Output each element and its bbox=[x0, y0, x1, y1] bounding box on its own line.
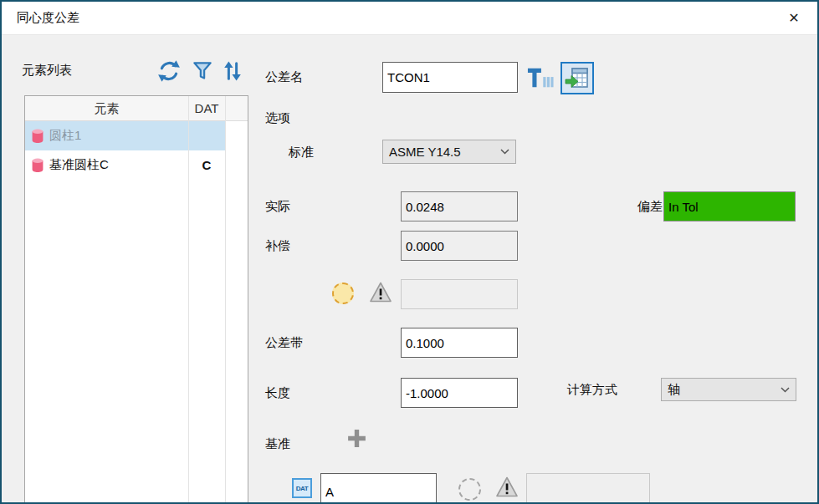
standard-dropdown[interactable]: ASME Y14.5 bbox=[382, 140, 516, 164]
column-divider bbox=[225, 96, 226, 503]
refresh-icon[interactable] bbox=[156, 59, 182, 87]
deviation-label: 偏差 bbox=[637, 199, 663, 215]
datum-section-label: 基准 bbox=[265, 436, 290, 452]
page-title: 同心度公差 bbox=[17, 10, 79, 26]
tolerance-zone-input[interactable] bbox=[401, 328, 518, 358]
cylinder-icon bbox=[31, 128, 44, 147]
table-row-cylinder1[interactable]: 圆柱1 bbox=[25, 121, 225, 150]
element-dat bbox=[188, 121, 225, 150]
element-table: 元素 DAT 圆柱1 基准圆柱C C bbox=[24, 95, 248, 504]
calc-method-dropdown[interactable]: 轴 bbox=[661, 378, 796, 401]
element-table-header: 元素 DAT bbox=[25, 96, 248, 121]
datum-measured-field bbox=[526, 473, 650, 504]
element-name: 圆柱1 bbox=[49, 128, 81, 144]
calc-method-value: 轴 bbox=[668, 382, 680, 398]
actual-label: 实际 bbox=[265, 199, 290, 215]
tolerance-zone-label: 公差带 bbox=[265, 335, 303, 351]
chevron-down-icon bbox=[781, 387, 790, 393]
element-list-label: 元素列表 bbox=[22, 63, 72, 79]
standard-label: 标准 bbox=[289, 145, 314, 160]
text-label-icon[interactable] bbox=[527, 65, 554, 94]
calc-method-label: 计算方式 bbox=[567, 382, 617, 398]
datum-badge-icon: DAT bbox=[292, 478, 312, 498]
titlebar: 同心度公差 ✕ bbox=[2, 2, 817, 35]
datum-id-input[interactable] bbox=[320, 473, 437, 504]
column-divider bbox=[188, 96, 189, 503]
actual-value-field bbox=[401, 191, 518, 221]
column-header-dat[interactable]: DAT bbox=[188, 96, 225, 121]
add-to-report-button[interactable] bbox=[561, 62, 594, 94]
add-datum-icon[interactable] bbox=[346, 427, 368, 453]
chevron-down-icon bbox=[500, 149, 509, 155]
pending-value-field bbox=[401, 279, 518, 309]
standard-value: ASME Y14.5 bbox=[389, 145, 461, 159]
cylinder-icon bbox=[31, 157, 44, 176]
filter-icon[interactable] bbox=[192, 59, 213, 86]
element-dat: C bbox=[188, 150, 225, 180]
element-name: 基准圆柱C bbox=[49, 157, 109, 173]
warning-icon bbox=[369, 281, 392, 307]
datum-indicator-icon bbox=[458, 478, 481, 501]
sort-icon[interactable] bbox=[220, 59, 245, 87]
options-section-label: 选项 bbox=[265, 110, 290, 126]
tolerance-zone-indicator-icon bbox=[332, 283, 354, 304]
tolerance-name-input[interactable] bbox=[382, 62, 518, 93]
compensation-label: 补偿 bbox=[265, 238, 290, 254]
deviation-status-badge: In Tol bbox=[663, 191, 796, 221]
close-icon[interactable]: ✕ bbox=[784, 8, 804, 28]
tolerance-name-label: 公差名 bbox=[265, 69, 303, 85]
concentricity-tolerance-dialog: 同心度公差 ✕ 元素列表 元素 DA bbox=[0, 0, 819, 504]
warning-icon bbox=[495, 476, 519, 501]
length-label: 长度 bbox=[265, 385, 290, 401]
table-row-datum-cylinder-c[interactable]: 基准圆柱C C bbox=[25, 150, 225, 180]
column-header-element[interactable]: 元素 bbox=[25, 96, 188, 121]
length-input[interactable] bbox=[401, 378, 518, 408]
compensation-value-field bbox=[401, 231, 518, 261]
